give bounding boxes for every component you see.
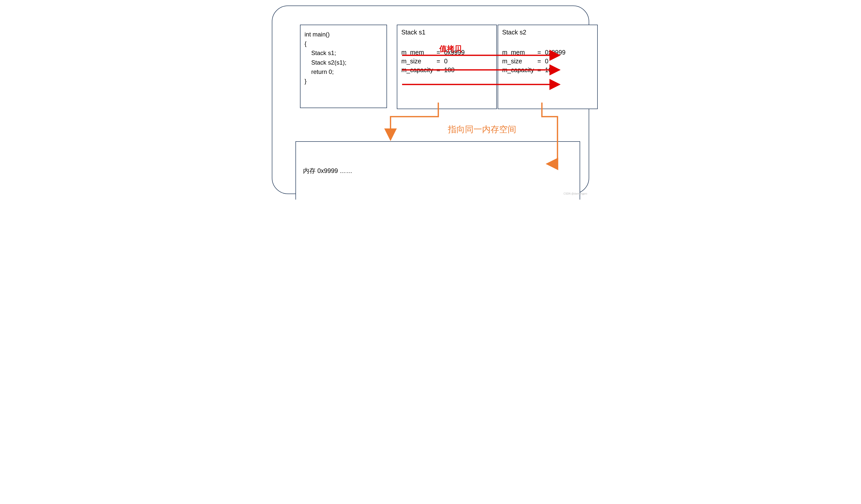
memory-text: 内存 0x9999 …… (303, 167, 352, 175)
stack-s2-fields: m_mem=0x9999 m_size=0 m_capacity=100 (502, 48, 565, 74)
code-box: int main() { Stack s1; Stack s2(s1); ret… (300, 25, 387, 108)
value-copy-label: 值拷贝 (439, 44, 462, 54)
same-memory-label: 指向同一内存空间 (448, 124, 516, 135)
code-line: return 0; (304, 67, 382, 76)
code-line: { (304, 39, 382, 48)
stack-s2-box: Stack s2 m_mem=0x9999 m_size=0 m_capacit… (498, 25, 598, 109)
code-line: int main() (304, 30, 382, 39)
stack-s1-title: Stack s1 (401, 29, 492, 36)
watermark: CSDN @danmingpro (563, 192, 587, 195)
code-line: } (304, 76, 382, 86)
stack-s2-title: Stack s2 (502, 29, 593, 36)
code-line: Stack s1; (304, 48, 382, 58)
stack-s1-box: Stack s1 m_mem=0x9999 m_size=0 m_capacit… (397, 25, 497, 109)
code-line: Stack s2(s1); (304, 58, 382, 67)
memory-box: 内存 0x9999 …… (296, 141, 580, 200)
diagram-canvas: int main() { Stack s1; Stack s2(s1); ret… (270, 4, 591, 196)
